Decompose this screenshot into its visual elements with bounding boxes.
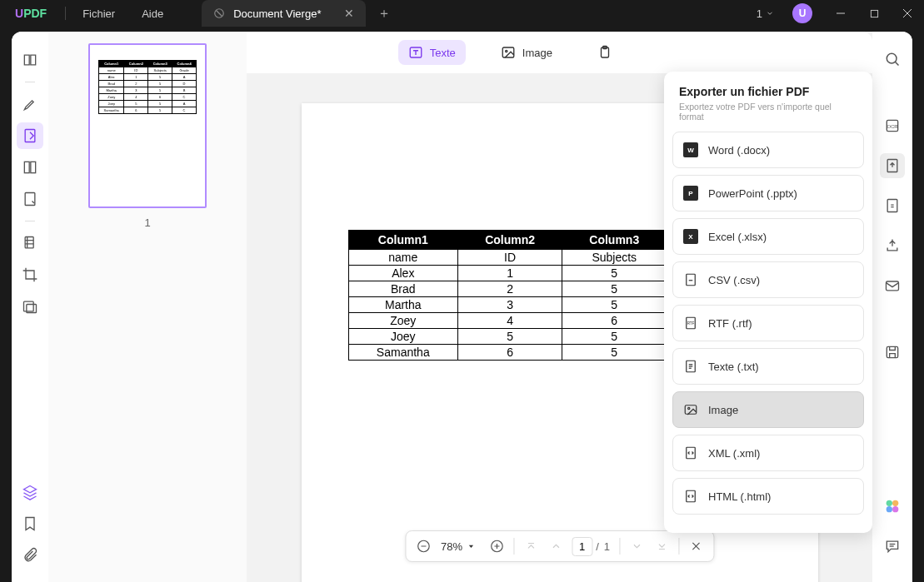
maximize-button[interactable] <box>857 0 891 27</box>
file-type-icon <box>683 272 698 287</box>
image-icon <box>501 45 516 60</box>
svg-rect-35 <box>887 346 897 357</box>
svg-point-15 <box>505 50 507 52</box>
app-logo: UPDF <box>0 7 62 20</box>
svg-rect-11 <box>24 301 34 311</box>
export-option[interactable]: XML (.xml) <box>672 435 864 471</box>
reader-tool[interactable] <box>17 47 43 73</box>
thumbnail-panel: Column1Column2Column3Column4nameIDSubjec… <box>48 32 247 582</box>
chevron-down-icon <box>766 9 774 17</box>
export-option[interactable]: RTFRTF (.rtf) <box>672 305 864 341</box>
save-button[interactable] <box>880 340 905 365</box>
next-page-button[interactable] <box>624 534 649 559</box>
page-input[interactable]: 1 <box>572 537 592 556</box>
separator <box>619 538 620 555</box>
export-option-label: Word (.docx) <box>708 144 770 157</box>
layers-tool[interactable] <box>17 479 43 505</box>
export-option-label: Texte (.txt) <box>708 361 759 373</box>
search-button[interactable] <box>880 47 905 72</box>
svg-text:OCR: OCR <box>887 124 898 129</box>
email-button[interactable] <box>880 273 905 298</box>
separator <box>25 82 35 82</box>
text-tool[interactable]: Texte <box>398 40 466 65</box>
svg-point-28 <box>887 53 897 63</box>
last-page-button[interactable] <box>649 534 674 559</box>
thumbnail-page-number: 1 <box>144 216 150 229</box>
app-body: Column1Column2Column3Column4nameIDSubjec… <box>12 32 912 582</box>
text-tool-label: Texte <box>430 47 456 59</box>
svg-line-29 <box>895 62 898 65</box>
svg-rect-49 <box>685 405 697 415</box>
bookmark-tool[interactable] <box>17 510 43 537</box>
export-option[interactable]: CSV (.csv) <box>672 261 864 298</box>
svg-rect-33 <box>887 200 897 212</box>
svg-point-36 <box>887 500 892 506</box>
right-toolbar: OCR <box>872 32 912 582</box>
attachment-tool[interactable] <box>17 542 43 569</box>
share-button[interactable] <box>880 233 905 258</box>
export-option[interactable]: Texte (.txt) <box>672 348 864 385</box>
form-tool[interactable] <box>17 186 43 212</box>
watermark-tool[interactable] <box>17 293 43 320</box>
export-option[interactable]: WWord (.docx) <box>672 132 864 168</box>
export-option[interactable]: PPowerPoint (.pptx) <box>672 175 864 211</box>
prev-page-button[interactable] <box>543 534 568 559</box>
file-type-icon <box>683 359 698 374</box>
svg-rect-7 <box>24 162 29 172</box>
image-tool[interactable]: Image <box>491 40 562 65</box>
file-type-icon: W <box>683 142 698 157</box>
close-zoom-button[interactable] <box>683 534 708 559</box>
ai-button[interactable] <box>880 494 905 519</box>
user-avatar[interactable]: U <box>792 3 812 23</box>
ocr-button[interactable]: OCR <box>880 113 905 138</box>
tab-area: Document Vierge* ✕ ＋ <box>202 0 402 27</box>
new-tab-button[interactable]: ＋ <box>366 5 402 22</box>
separator <box>678 538 679 555</box>
zoom-percent-dropdown[interactable]: 78% <box>436 540 484 553</box>
export-option-label: Excel (.xlsx) <box>708 231 767 243</box>
svg-rect-9 <box>25 193 35 206</box>
tab-title: Document Vierge* <box>233 7 321 20</box>
export-option[interactable]: XExcel (.xlsx) <box>672 218 864 255</box>
svg-rect-34 <box>887 281 899 291</box>
export-option-label: HTML (.html) <box>708 490 771 503</box>
menu-file[interactable]: Fichier <box>69 7 128 20</box>
window-count[interactable]: 1 <box>750 7 781 20</box>
document-toolbar: Texte Image <box>247 32 872 73</box>
tab-close-icon[interactable]: ✕ <box>344 7 354 20</box>
compress-button[interactable] <box>880 193 905 218</box>
separator <box>513 538 514 555</box>
export-option[interactable]: HTML (.html) <box>672 478 864 515</box>
first-page-button[interactable] <box>518 534 543 559</box>
svg-point-38 <box>887 506 892 512</box>
menu-help[interactable]: Aide <box>128 7 177 20</box>
pages-tool[interactable] <box>17 154 43 181</box>
export-option-label: CSV (.csv) <box>708 274 760 286</box>
export-panel: Exporter un fichier PDF Exportez votre P… <box>664 72 872 533</box>
file-type-icon <box>683 402 698 417</box>
dropdown-icon <box>467 543 474 550</box>
page-thumbnail[interactable]: Column1Column2Column3Column4nameIDSubjec… <box>88 43 207 208</box>
document-tab[interactable]: Document Vierge* ✕ <box>202 0 366 27</box>
close-window-button[interactable] <box>891 0 924 27</box>
export-button[interactable] <box>880 153 905 178</box>
zoom-in-button[interactable] <box>484 534 509 559</box>
svg-marker-20 <box>468 545 472 548</box>
file-type-icon <box>683 489 698 504</box>
crop-tool[interactable] <box>17 261 43 288</box>
edit-tool[interactable] <box>17 122 43 149</box>
minimize-button[interactable] <box>824 0 857 27</box>
document-icon <box>213 7 225 19</box>
export-option[interactable]: Image <box>672 391 864 428</box>
svg-rect-42 <box>687 274 696 286</box>
comment-button[interactable] <box>880 534 905 559</box>
more-tool[interactable] <box>587 40 622 65</box>
svg-rect-14 <box>502 47 514 57</box>
redact-tool[interactable] <box>17 230 43 256</box>
highlighter-tool[interactable] <box>17 91 43 117</box>
export-option-label: PowerPoint (.pptx) <box>708 187 797 200</box>
zoom-out-button[interactable] <box>411 534 436 559</box>
svg-line-1 <box>217 11 222 17</box>
svg-point-50 <box>688 407 690 409</box>
export-option-label: RTF (.rtf) <box>708 317 752 330</box>
